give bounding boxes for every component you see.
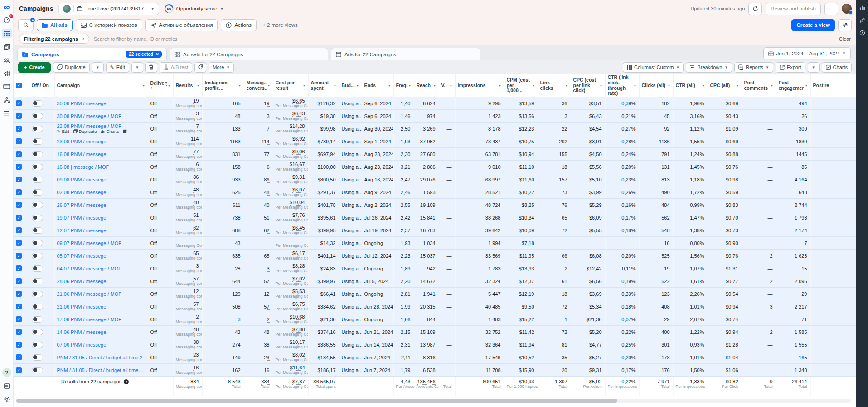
row-more-action[interactable]: ··· <box>131 129 136 134</box>
off-on-toggle[interactable] <box>32 329 43 335</box>
pages-icon[interactable] <box>3 43 11 51</box>
column-header[interactable]: CTR (all)▼ <box>673 74 708 97</box>
search-views-button[interactable]: 1 <box>18 19 34 31</box>
create-view-button[interactable]: Create a view <box>791 19 835 31</box>
business-structure-icon[interactable] <box>3 96 11 104</box>
campaign-link[interactable]: 02.08 PNM / messege <box>57 190 145 195</box>
info-icon[interactable]: i <box>124 379 129 384</box>
column-header[interactable]: Reach▼ <box>414 74 439 97</box>
messaging-conversations-cell[interactable]: 3 <box>244 262 273 275</box>
column-header[interactable]: CPC (all)▼ <box>708 74 742 97</box>
more-options-button[interactable]: ... <box>824 3 838 15</box>
results-cell[interactable]: 51Messaging convers... <box>173 211 202 224</box>
messaging-conversations-cell[interactable]: 65 <box>244 250 273 262</box>
row-checkbox[interactable]: ✓ <box>16 342 22 348</box>
campaign-link[interactable]: 30.08 PNM / messege / MOF <box>57 113 145 119</box>
row-charts-action[interactable]: Charts <box>101 129 119 134</box>
results-cell[interactable]: 7Messaging convers... <box>173 123 202 135</box>
messaging-conversations-cell[interactable]: — <box>244 237 273 250</box>
cost-per-result-cell[interactable]: $6,92Per Messaging Con... <box>273 135 308 148</box>
row-checkbox[interactable]: ✓ <box>16 227 22 233</box>
messaging-conversations-cell[interactable]: 40 <box>244 199 273 211</box>
cost-per-result-cell[interactable]: $10,68Per Messaging Con... <box>273 313 308 326</box>
clear-selection-icon[interactable]: × <box>156 52 159 57</box>
messaging-conversations-cell[interactable]: 19 <box>244 97 273 110</box>
view-tab-actions[interactable]: Actions <box>221 19 257 31</box>
row-edit-action[interactable]: ✎Edit <box>57 129 69 134</box>
cost-per-result-cell[interactable]: $9,31Per Messaging Con... <box>273 173 308 186</box>
row-duplicate-action[interactable]: Duplicate <box>73 129 97 134</box>
row-checkbox[interactable]: ✓ <box>16 253 22 259</box>
results-cell[interactable]: 86Messaging convers... <box>173 173 202 186</box>
results-cell[interactable]: 12Messaging convers... <box>173 288 202 300</box>
column-header[interactable]: Clicks (all)▼ <box>639 74 673 97</box>
column-header[interactable]: Delivery↑▼ <box>148 74 173 97</box>
results-cell[interactable]: 62Messaging convers... <box>173 224 202 237</box>
campaign-link[interactable]: 19.07 PNM / messege <box>57 215 145 221</box>
cost-per-result-cell[interactable]: $6,43Per Messaging Con... <box>273 110 308 123</box>
opportunity-score[interactable]: 65 Opportunity score ▼ <box>165 4 224 13</box>
messaging-conversations-cell[interactable]: 57 <box>244 275 273 288</box>
breakdown-button[interactable]: Breakdown▼ <box>686 62 732 73</box>
off-on-toggle[interactable] <box>32 253 43 259</box>
results-cell[interactable]: 57Messaging convers... <box>173 300 202 313</box>
cost-per-result-cell[interactable]: $10,17Per Messaging Con... <box>273 338 308 351</box>
off-on-toggle[interactable] <box>32 278 43 284</box>
row-checkbox[interactable]: ✓ <box>16 354 22 360</box>
feedback-icon[interactable] <box>3 382 11 390</box>
ab-test-button[interactable]: A/B test <box>160 62 193 73</box>
cost-per-result-cell[interactable]: $6,07Per Messaging Con... <box>273 186 308 199</box>
messaging-conversations-cell[interactable]: 51 <box>244 211 273 224</box>
cost-per-result-cell[interactable]: $16,67Per Messaging Con... <box>273 161 308 173</box>
row-checkbox[interactable]: ✓ <box>16 304 22 309</box>
row-checkbox[interactable]: ✓ <box>16 278 22 284</box>
campaign-link[interactable]: 09.07 PNM / messege / MOF <box>57 240 145 246</box>
column-header[interactable]: Cost per result▼ <box>273 74 308 97</box>
off-on-toggle[interactable] <box>32 126 43 132</box>
help-icon[interactable]: ? <box>2 368 11 377</box>
campaign-link[interactable]: PNM / 31.05 / Direct / budget all time 2 <box>57 355 145 360</box>
ads-megaphone-icon[interactable] <box>3 69 11 78</box>
results-cell[interactable]: 3Messaging convers... <box>173 110 202 123</box>
off-on-toggle[interactable] <box>32 164 43 170</box>
off-on-toggle[interactable] <box>32 151 43 157</box>
messaging-conversations-cell[interactable]: 57 <box>244 300 273 313</box>
off-on-toggle[interactable] <box>32 189 43 196</box>
cost-per-result-cell[interactable]: $5,53Per Messaging Con... <box>273 288 308 300</box>
messaging-conversations-cell[interactable]: 77 <box>244 148 273 161</box>
column-header[interactable]: Messag... convers...▼ <box>244 74 273 97</box>
view-tab-active-ads[interactable]: Активные объявления <box>145 19 218 31</box>
remove-filter-icon[interactable]: × <box>81 36 84 42</box>
results-cell[interactable]: 65Messaging convers... <box>173 250 202 262</box>
campaign-link[interactable]: 07.06 PNM / messege <box>57 342 145 348</box>
cost-per-result-cell[interactable]: $10,04Per Messaging Con... <box>273 199 308 211</box>
column-header[interactable]: Campaign▼ <box>54 74 148 97</box>
results-cell[interactable]: 38Messaging convers... <box>173 338 202 351</box>
row-checkbox[interactable]: ✓ <box>16 240 22 246</box>
cost-per-result-cell[interactable]: $6,65Per Messaging Con... <box>273 97 308 110</box>
results-cell[interactable]: 23Messaging convers... <box>173 351 202 364</box>
off-on-toggle[interactable] <box>32 100 43 107</box>
tag-button[interactable] <box>194 62 206 73</box>
off-on-toggle[interactable] <box>32 240 43 246</box>
messaging-conversations-cell[interactable]: 62 <box>244 224 273 237</box>
messaging-conversations-cell[interactable]: 86 <box>244 173 273 186</box>
horizontal-scrollbar-thumb[interactable] <box>16 399 617 403</box>
messaging-conversations-cell[interactable]: 12 <box>244 288 273 300</box>
select-all-checkbox[interactable]: ✓ <box>16 83 22 88</box>
row-checkbox[interactable]: ✓ <box>16 291 22 297</box>
column-header[interactable]: Results▼ <box>173 74 202 97</box>
cost-per-result-cell[interactable]: $7,02Per Messaging Con... <box>273 275 308 288</box>
column-header[interactable]: Post engagements▼ <box>776 74 810 97</box>
off-on-toggle[interactable] <box>32 227 43 234</box>
cost-per-result-cell[interactable]: $8,02Per Messaging Con... <box>273 351 308 364</box>
campaign-link[interactable]: 26.07 PNM / messege <box>57 202 145 208</box>
row-checkbox[interactable]: ✓ <box>16 151 22 157</box>
duplicate-button[interactable]: Duplicate <box>53 62 90 73</box>
messaging-conversations-cell[interactable]: 3 <box>244 110 273 123</box>
row-checkbox[interactable]: ✓ <box>16 126 22 132</box>
column-header[interactable]: Amount spent▼ <box>308 74 339 97</box>
messaging-conversations-cell[interactable]: 16 <box>244 364 273 377</box>
messaging-conversations-cell[interactable]: 48 <box>244 326 273 338</box>
campaign-link[interactable]: 12.07 PNM / messege <box>57 228 145 233</box>
